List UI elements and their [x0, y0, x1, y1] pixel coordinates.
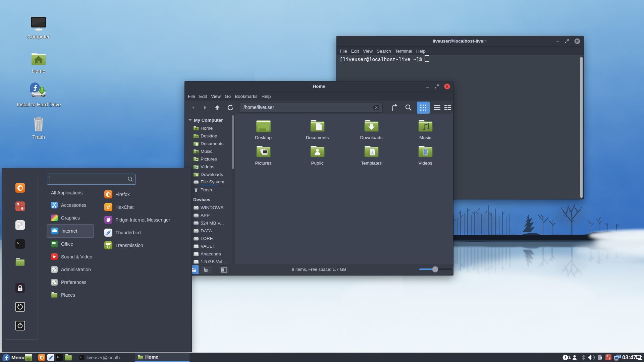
svg-text:$_: $_	[17, 241, 21, 245]
svg-text:#: #	[107, 204, 110, 210]
